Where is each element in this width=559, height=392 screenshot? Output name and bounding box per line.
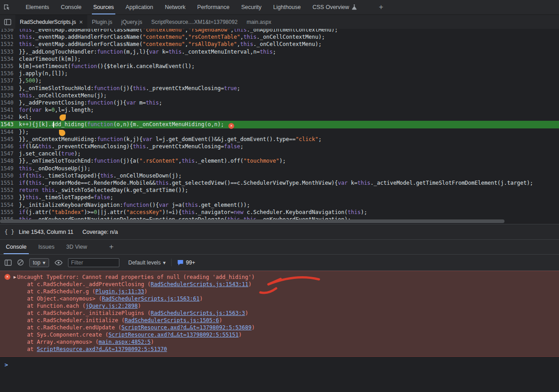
stack-link[interactable]: ScriptResource.axd?d…&t=13798092:5:55151 <box>109 332 239 338</box>
expand-triangle-icon[interactable]: ▶ <box>14 273 16 281</box>
stack-link[interactable]: ScriptResource.axd?d…&t=13798092:5:53689 <box>122 324 252 331</box>
line-number[interactable]: 1534 <box>0 55 15 63</box>
file-tab-jquery-js[interactable]: jQuery.js <box>117 15 146 29</box>
context-selector[interactable]: top▾ <box>29 258 49 267</box>
line-number[interactable]: 1544 <box>0 128 15 136</box>
file-tab-main-aspx[interactable]: main.aspx <box>242 15 276 29</box>
line-number[interactable]: 1550 <box>0 172 15 179</box>
source-editor[interactable]: 1530this._eventMap.addHandlerForClassNam… <box>0 29 559 224</box>
line-number[interactable]: 1551 <box>0 179 15 187</box>
code-line-1537[interactable]: 1537},500); <box>0 77 559 84</box>
drawer-tab-3d-view[interactable]: 3D View <box>60 240 93 254</box>
line-number[interactable]: 1540 <box>0 99 15 106</box>
code-line-1539[interactable]: 1539this._onCellContextMenu(j); <box>0 92 559 99</box>
line-number[interactable]: 1531 <box>0 33 15 41</box>
selection-handle-start[interactable] <box>59 114 66 121</box>
panel-tab-performance[interactable]: Performance <box>191 0 236 14</box>
line-number[interactable]: 1530 <box>0 29 15 33</box>
stack-link[interactable]: RadSchedulerScripts.js:1505:6 <box>125 317 219 324</box>
clear-console-icon[interactable] <box>17 259 24 266</box>
console-error-entry[interactable]: × ▶ Uncaught TypeError: Cannot read prop… <box>0 271 559 357</box>
code-line-1554[interactable]: 1554},_initializeKeyboardNavigation:func… <box>0 201 559 209</box>
code-line-1544[interactable]: 1544}); <box>0 128 559 136</box>
code-line-1545[interactable]: 1545}},_onContextMenuHiding:function(k,j… <box>0 136 559 143</box>
panel-tab-application[interactable]: Application <box>120 0 159 14</box>
code-line-1543[interactable]: 1543k++){j[k].add_hiding(function(o,n){m… <box>0 121 559 128</box>
console-prompt-row[interactable]: > <box>0 357 559 369</box>
code-line-1547[interactable]: 1547j.set_cancel(true); <box>0 150 559 157</box>
stack-frame-text: at Object.<anonymous> ( <box>27 296 102 302</box>
code-line-1551[interactable]: 1551if(this._renderMode==c.RenderMode.Mo… <box>0 179 559 187</box>
stack-link[interactable]: Plugin.js:11:33 <box>95 288 144 295</box>
panel-tab-elements[interactable]: Elements <box>20 0 55 14</box>
panel-tab-console[interactable]: Console <box>55 0 87 14</box>
code-line-1540[interactable]: 1540},_addPreventClosing:function(j){var… <box>0 99 559 106</box>
code-line-1538[interactable]: 1538},_onTimeSlotTouchHold:function(j){t… <box>0 85 559 92</box>
more-panels-icon[interactable]: + <box>374 3 388 12</box>
panel-tab-lighthouse[interactable]: Lighthouse <box>268 0 307 14</box>
line-number[interactable]: 1533 <box>0 48 15 55</box>
line-number[interactable]: 1547 <box>0 150 15 157</box>
code-line-1552[interactable]: 1552return this._switchToSelectedDay(k.g… <box>0 187 559 194</box>
stack-link[interactable]: RadSchedulerScripts.js:1543:11 <box>151 281 249 287</box>
line-number[interactable]: 1538 <box>0 85 15 92</box>
drawer-tab-console[interactable]: Console <box>0 240 32 254</box>
panel-tab-sources[interactable]: Sources <box>87 0 120 14</box>
stack-link[interactable]: jQuery.js:2:2898 <box>86 303 138 309</box>
file-tab-scriptresource-xm1-t-13798092[interactable]: ScriptResource....XM1&t=13798092 <box>147 15 242 29</box>
drawer-tab-issues[interactable]: Issues <box>32 240 60 254</box>
log-levels-selector[interactable]: Default levels▾ <box>128 260 166 266</box>
line-number[interactable]: 1535 <box>0 63 15 70</box>
line-number[interactable]: 1553 <box>0 194 15 201</box>
code-line-1550[interactable]: 1550if(this._timeSlotTapped){this._onCel… <box>0 172 559 179</box>
line-number[interactable]: 1552 <box>0 187 15 194</box>
code-line-1535[interactable]: 1535k[m]=setTimeout(function(){$telerik.… <box>0 63 559 70</box>
horizontal-scrollbar[interactable] <box>0 219 504 223</box>
line-number[interactable]: 1537 <box>0 77 15 84</box>
issues-counter[interactable]: 99+ <box>177 260 195 266</box>
code-line-1542[interactable]: 1542k<l; <box>0 114 559 121</box>
line-number[interactable]: 1543 <box>0 121 15 128</box>
stack-link[interactable]: main.aspx:4852:5 <box>99 339 151 345</box>
stack-link[interactable]: RadSchedulerScripts.js:1563:3 <box>151 310 245 316</box>
line-number[interactable]: 1539 <box>0 92 15 99</box>
line-number[interactable]: 1546 <box>0 143 15 150</box>
panel-tab-css-overview[interactable]: CSS Overview <box>307 0 363 14</box>
pretty-print-button[interactable]: { } <box>0 229 19 235</box>
close-tab-icon[interactable]: × <box>79 19 83 25</box>
file-tab-plugin-js[interactable]: Plugin.js <box>87 15 117 29</box>
line-number[interactable]: 1549 <box>0 165 15 172</box>
line-number[interactable]: 1545 <box>0 136 15 143</box>
code-line-1534[interactable]: 1534clearTimeout(k[m]); <box>0 55 559 63</box>
panel-tab-security[interactable]: Security <box>235 0 267 14</box>
code-line-1536[interactable]: 1536j.apply(n,[l]); <box>0 70 559 77</box>
code-line-1533[interactable]: 1533}},_addLongTouchHandler:function(m,j… <box>0 48 559 55</box>
line-number[interactable]: 1548 <box>0 157 15 164</box>
more-drawer-tabs-icon[interactable]: + <box>105 240 118 254</box>
code-line-1530[interactable]: 1530this._eventMap.addHandlerForClassNam… <box>0 29 559 33</box>
line-number[interactable]: 1555 <box>0 209 15 216</box>
line-number[interactable]: 1541 <box>0 106 15 114</box>
code-line-1553[interactable]: 1553}}this._timeSlotTapped=false; <box>0 194 559 201</box>
line-number[interactable]: 1532 <box>0 41 15 48</box>
code-line-1549[interactable]: 1549this._onDocMouseUp(j); <box>0 165 559 172</box>
line-number[interactable]: 1542 <box>0 114 15 121</box>
code-line-1555[interactable]: 1555if(j.attr("tabIndex")>=0||j.attr("ac… <box>0 209 559 216</box>
code-line-1531[interactable]: 1531this._eventMap.addHandlerForClassNam… <box>0 33 559 41</box>
inspect-element-icon[interactable] <box>0 4 14 11</box>
code-line-1532[interactable]: 1532this._eventMap.addHandlerForClassNam… <box>0 41 559 48</box>
stack-link[interactable]: ScriptResource.axd?d…&t=13798092:5:51370 <box>37 346 167 352</box>
panel-tab-network[interactable]: Network <box>159 0 191 14</box>
file-tab-radschedulerscripts-js[interactable]: RadSchedulerScripts.js× <box>15 15 87 29</box>
code-line-1541[interactable]: 1541for(var k=0,l=j.length; <box>0 106 559 114</box>
console-sidebar-icon[interactable] <box>5 260 12 266</box>
console-filter-input[interactable] <box>68 258 119 267</box>
code-line-1546[interactable]: 1546if(l&&this._preventCtxMenuClosing){t… <box>0 143 559 150</box>
navigator-toggle-icon[interactable] <box>0 15 15 29</box>
line-number[interactable]: 1554 <box>0 201 15 209</box>
code-line-1548[interactable]: 1548}},_onTimeSlotTouchEnd:function(j){a… <box>0 157 559 164</box>
live-expression-icon[interactable] <box>55 260 63 265</box>
selection-handle-end[interactable] <box>59 130 65 136</box>
stack-link[interactable]: RadSchedulerScripts.js:1563:61 <box>102 296 200 302</box>
line-number[interactable]: 1536 <box>0 70 15 77</box>
